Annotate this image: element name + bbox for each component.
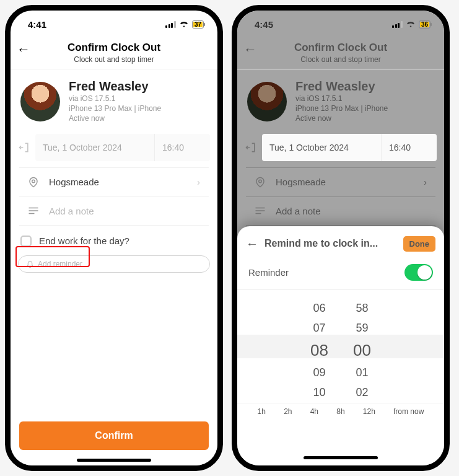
hour-selected: 08 xyxy=(310,338,328,362)
preset-4h[interactable]: 4h xyxy=(310,407,318,416)
avatar xyxy=(247,82,287,121)
reminder-label: Reminder xyxy=(248,267,289,278)
chevron-right-icon: › xyxy=(197,177,200,187)
cellular-icon xyxy=(165,21,176,28)
location-row[interactable]: Hogsmeade › xyxy=(246,167,435,197)
battery-indicator: 36 xyxy=(419,20,431,29)
time-field[interactable]: 16:40 xyxy=(154,134,210,161)
avatar xyxy=(20,82,60,121)
minute-wheel[interactable]: 58 59 00 01 02 xyxy=(353,299,371,402)
phone-reminder-sheet: 4:45 36 ← Confirm Clock Out Clock out an… xyxy=(232,5,450,471)
svg-point-0 xyxy=(32,180,35,183)
user-device: iPhone 13 Pro Max | iPhone xyxy=(69,104,161,113)
preset-row: 1h 2h 4h 8h 12h from now xyxy=(237,403,444,422)
title-bar: ← Confirm Clock Out Clock out and stop t… xyxy=(11,38,217,69)
minute-selected: 00 xyxy=(353,338,371,362)
user-name: Fred Weasley xyxy=(69,79,161,94)
note-placeholder: Add a note xyxy=(49,206,200,216)
user-os: via iOS 17.5.1 xyxy=(69,94,161,104)
end-day-checkbox[interactable] xyxy=(20,236,32,247)
chevron-right-icon: › xyxy=(424,177,427,187)
title-bar: ← Confirm Clock Out Clock out and stop t… xyxy=(237,38,444,69)
datetime-row: Tue, 1 October 2024 16:40 xyxy=(11,134,217,161)
battery-indicator: 37 xyxy=(192,20,204,29)
end-day-label: End work for the day? xyxy=(39,236,129,246)
status-time: 4:41 xyxy=(28,19,46,30)
clock-out-icon xyxy=(18,141,35,154)
clock-out-icon xyxy=(245,141,262,154)
note-row[interactable]: Add a note xyxy=(19,197,209,226)
page-title: Confirm Clock Out xyxy=(237,42,444,54)
hour-wheel[interactable]: 06 07 08 09 10 xyxy=(310,299,328,402)
preset-8h[interactable]: 8h xyxy=(336,407,344,416)
wifi-icon xyxy=(406,20,416,28)
page-subtitle: Clock out and stop timer xyxy=(237,55,444,64)
status-time: 4:45 xyxy=(255,19,273,30)
note-placeholder: Add a note xyxy=(276,206,427,216)
user-presence: Active now xyxy=(295,113,388,123)
time-picker[interactable]: 06 07 08 09 10 58 59 00 01 02 xyxy=(237,294,444,399)
time-field[interactable]: 16:40 xyxy=(381,134,437,161)
datetime-row: Tue, 1 October 2024 16:40 xyxy=(237,134,444,161)
location-value: Hogsmeade xyxy=(276,177,415,187)
location-icon xyxy=(28,177,40,188)
preset-2h[interactable]: 2h xyxy=(284,407,292,416)
cellular-icon xyxy=(392,21,403,28)
reminder-sheet: ← Remind me to clock in... Done Reminder… xyxy=(237,226,444,465)
preset-from-now[interactable]: from now xyxy=(393,407,424,416)
reminder-toggle[interactable] xyxy=(404,264,433,281)
end-day-row[interactable]: End work for the day? xyxy=(11,226,217,247)
status-indicators: 36 xyxy=(392,20,431,29)
page-subtitle: Clock out and stop timer xyxy=(11,55,217,64)
page-title: Confirm Clock Out xyxy=(11,42,217,54)
location-icon xyxy=(255,177,267,188)
add-reminder-button[interactable]: Add reminder xyxy=(18,255,210,273)
location-value: Hogsmeade xyxy=(49,177,188,187)
status-indicators: 37 xyxy=(165,20,204,29)
status-bar: 4:45 36 xyxy=(237,11,444,38)
back-button[interactable]: ← xyxy=(17,42,30,58)
sheet-title: Remind me to clock in... xyxy=(264,238,397,249)
home-indicator xyxy=(77,459,151,462)
user-device: iPhone 13 Pro Max | iPhone xyxy=(295,104,388,113)
home-indicator xyxy=(304,456,378,459)
user-os: via iOS 17.5.1 xyxy=(295,94,388,104)
user-presence: Active now xyxy=(69,113,161,123)
page-content: ← Confirm Clock Out Clock out and stop t… xyxy=(11,38,217,465)
preset-12h[interactable]: 12h xyxy=(363,407,375,416)
phone-confirm-clock-out: 4:41 37 ← Confirm Clock Out Clock out an… xyxy=(5,5,223,471)
note-icon xyxy=(255,206,267,215)
preset-1h[interactable]: 1h xyxy=(258,407,266,416)
status-bar: 4:41 37 xyxy=(11,11,217,38)
sheet-back-button[interactable]: ← xyxy=(246,237,258,251)
note-icon xyxy=(28,206,40,215)
user-info: Fred Weasley via iOS 17.5.1 iPhone 13 Pr… xyxy=(237,69,444,131)
done-button[interactable]: Done xyxy=(403,236,436,252)
location-row[interactable]: Hogsmeade › xyxy=(19,167,209,197)
note-row[interactable]: Add a note xyxy=(246,197,435,226)
back-button[interactable]: ← xyxy=(243,42,257,58)
user-name: Fred Weasley xyxy=(295,79,388,94)
user-info: Fred Weasley via iOS 17.5.1 iPhone 13 Pr… xyxy=(11,69,217,131)
date-field[interactable]: Tue, 1 October 2024 xyxy=(262,134,381,161)
page-content: ← Confirm Clock Out Clock out and stop t… xyxy=(237,38,444,465)
confirm-button[interactable]: Confirm xyxy=(19,421,209,450)
svg-point-4 xyxy=(259,180,262,183)
bell-icon xyxy=(26,260,34,268)
date-field[interactable]: Tue, 1 October 2024 xyxy=(35,134,154,161)
wifi-icon xyxy=(179,20,189,28)
